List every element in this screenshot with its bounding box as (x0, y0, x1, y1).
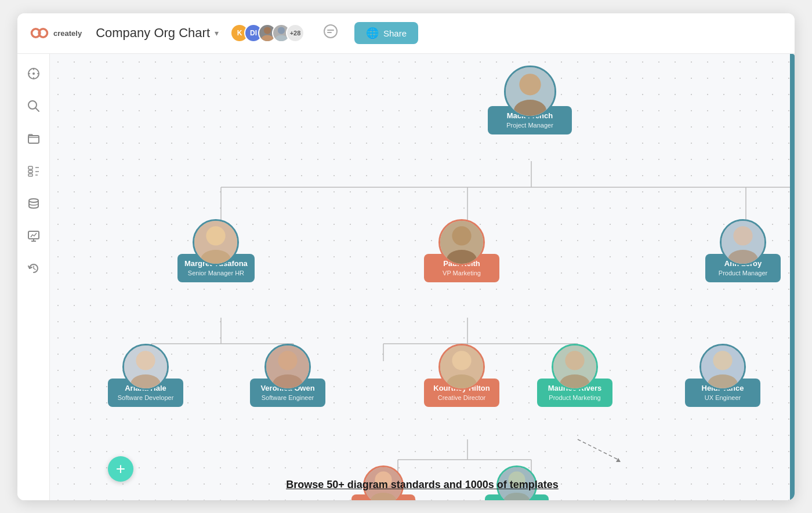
svg-point-71 (713, 351, 732, 370)
folder-icon[interactable] (26, 130, 42, 147)
svg-point-62 (278, 351, 297, 370)
main-layout: Mack French Project Manager Margret Yusa… (17, 54, 795, 500)
node-role-vp: VP Marketing (431, 269, 492, 278)
avatar-cd (438, 344, 485, 390)
svg-point-6 (324, 25, 337, 38)
svg-point-3 (262, 35, 274, 42)
avatar-mkt (552, 344, 598, 390)
avatar-hr (193, 219, 239, 265)
node-role-mkt: Product Marketing (544, 394, 606, 402)
compass-icon[interactable] (26, 66, 42, 82)
node-role-dev: Software Developer (115, 394, 176, 402)
node-mkt[interactable]: Maurice Rivers Product Marketing (537, 344, 612, 408)
avatar-eng (264, 344, 311, 390)
svg-point-2 (264, 27, 271, 34)
node-role-hr: Senior Manager HR (184, 269, 248, 278)
search-icon[interactable] (26, 98, 42, 114)
svg-marker-45 (616, 458, 621, 462)
database-icon[interactable] (26, 195, 42, 212)
logo: creately (29, 23, 82, 43)
node-hr[interactable]: Margret Yusafona Senior Manager HR (177, 219, 255, 283)
svg-line-44 (578, 439, 618, 460)
svg-rect-18 (28, 174, 32, 176)
svg-point-68 (565, 351, 584, 370)
svg-point-65 (452, 351, 471, 370)
node-role-ceo: Project Manager (495, 121, 565, 130)
fab-button[interactable]: + (108, 456, 133, 482)
doc-title: Company Org Chart (96, 26, 210, 41)
node-ceo[interactable]: Mack French Project Manager (488, 66, 572, 135)
node-role-cd: Creative Director (431, 394, 492, 402)
svg-point-59 (136, 351, 155, 370)
sidebar (17, 54, 50, 500)
chat-icon[interactable] (323, 24, 338, 42)
canvas: Mack French Project Manager Margret Yusa… (50, 54, 795, 500)
avatar-ceo (504, 66, 556, 118)
avatar-vp (438, 219, 485, 265)
header: creately Company Org Chart ▾ K DI +28 🌐 (17, 13, 795, 54)
scrollbar-right[interactable] (790, 54, 795, 500)
present-icon[interactable] (26, 228, 42, 244)
node-role-ux: UX Engineer (692, 394, 753, 402)
avatar-ux (699, 344, 746, 390)
svg-rect-15 (28, 136, 39, 143)
dropdown-arrow[interactable]: ▾ (215, 28, 219, 38)
svg-point-50 (206, 226, 226, 245)
svg-point-8 (32, 72, 35, 75)
avatar-dev (122, 344, 169, 390)
browse-templates-link[interactable]: Browse 50+ diagram standards and 1000s o… (286, 479, 559, 491)
svg-point-47 (519, 74, 541, 95)
avatar-pm (720, 219, 766, 265)
history-icon[interactable] (26, 260, 42, 276)
node-eng[interactable]: Veronica Owen Software Engineer (250, 344, 325, 408)
node-pm[interactable]: Ann Leroy Product Manager (705, 219, 781, 283)
globe-icon: 🌐 (366, 27, 379, 39)
logo-text: creately (53, 29, 82, 38)
svg-rect-17 (28, 170, 32, 173)
collaborators: K DI +28 (235, 24, 304, 42)
avatar-plus[interactable]: +28 (286, 24, 304, 42)
node-role-pm: Product Manager (712, 269, 774, 278)
connector-lines (50, 54, 795, 500)
svg-point-53 (452, 226, 471, 245)
share-button[interactable]: 🌐 Share (354, 22, 418, 44)
diagram-icon[interactable] (26, 163, 42, 179)
node-vp[interactable]: Paul Keith VP Marketing (424, 219, 499, 283)
fab-icon: + (116, 460, 125, 478)
svg-rect-16 (28, 166, 32, 169)
node-cd[interactable]: Kourtney Hilton Creative Director (424, 344, 499, 408)
svg-point-5 (276, 35, 288, 42)
app-container: creately Company Org Chart ▾ K DI +28 🌐 (17, 13, 795, 500)
title-area: Company Org Chart ▾ (96, 26, 219, 41)
share-label: Share (383, 28, 407, 38)
svg-line-14 (35, 108, 39, 111)
node-ux[interactable]: Heidi Vance UX Engineer (685, 344, 760, 408)
svg-point-4 (278, 27, 285, 34)
browse-templates-text: Browse 50+ diagram standards and 1000s o… (286, 479, 559, 490)
node-role-eng: Software Engineer (257, 394, 318, 402)
svg-point-22 (29, 199, 38, 202)
svg-point-56 (733, 226, 752, 245)
node-dev[interactable]: Ariana Hale Software Developer (108, 344, 183, 408)
